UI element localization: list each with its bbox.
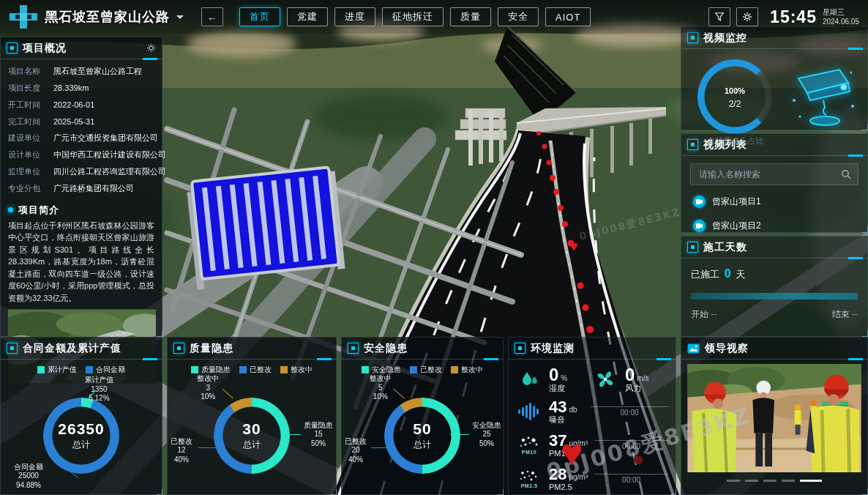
callout: 整改中 5 10% xyxy=(370,374,392,402)
intro-title: 项目简介 xyxy=(18,204,59,217)
panel-leader-visit: 领导视察 xyxy=(681,337,868,495)
panel-bracket-icon xyxy=(687,242,698,253)
panel-project-overview: 项目概况 项目名称黑石坡至曾家山公路工程 项目长度28.339km 开工时间20… xyxy=(0,37,162,337)
top-bar: 黑石坡至曾家山公路 ← 首页 党建 进度 征地拆迁 质量 安全 AIOT xyxy=(0,0,868,34)
callout: 已整改 20 40% xyxy=(345,437,367,465)
monitor-body: 100% 2/2 在线摄像头占比 xyxy=(681,49,867,130)
search-icon[interactable] xyxy=(841,169,851,179)
tab-party[interactable]: 党建 xyxy=(287,7,328,26)
panel-contract-chart: 合同金额及累计产值 累计产值 合同金额 26350 总计 累计产值 1350 5… xyxy=(0,337,162,495)
tab-progress[interactable]: 进度 xyxy=(334,7,375,26)
days-range: 开始 -- 结束 -- xyxy=(681,308,867,321)
back-button[interactable]: ← xyxy=(201,7,223,26)
carousel-dot[interactable] xyxy=(727,480,740,482)
weekday: 星期三 xyxy=(823,7,859,17)
donut-center: 26350 总计 xyxy=(58,420,104,451)
legend-item[interactable]: 合同金额 xyxy=(86,365,125,375)
field-row: 监理单位四川公路工程咨询监理有限公司 xyxy=(1,163,162,180)
panel-construction-days: 施工天数 已施工 0 天 开始 -- 结束 -- xyxy=(681,236,868,337)
tab-aiot[interactable]: AIOT xyxy=(545,7,591,26)
pm10-icon: PM10 xyxy=(516,436,542,455)
noise-wave-icon xyxy=(516,402,542,421)
accent-dash xyxy=(656,358,671,360)
funnel-icon xyxy=(714,12,725,22)
video-search-box xyxy=(690,163,858,185)
settings-button[interactable] xyxy=(736,7,758,26)
panel-header: 项目概况 xyxy=(1,37,162,59)
field-row: 专业分包广元路桥集团有限公司 xyxy=(1,180,162,197)
gear-icon xyxy=(146,43,156,53)
donut-center: 50 总计 xyxy=(413,420,431,451)
tab-quality[interactable]: 质量 xyxy=(450,7,491,26)
picture-icon xyxy=(687,343,700,354)
chart-legend: 安全隐患 已整改 整改中 xyxy=(342,365,503,375)
date: 2024.06.05 xyxy=(823,17,859,26)
panel-bracket-icon xyxy=(7,42,18,53)
intro-header: 项目简介 xyxy=(1,197,162,220)
legend-item[interactable]: 已整改 xyxy=(239,365,272,375)
callout: 质量隐患 15 50% xyxy=(304,421,333,449)
tab-home[interactable]: 首页 xyxy=(239,7,280,26)
noise-sparkline: 00:00 xyxy=(591,406,668,417)
callout: 合同金额 25000 94.88% xyxy=(14,463,43,491)
env-metric-pm10: PM10 37μg/m³ PM10 00:00 xyxy=(509,428,676,462)
legend-item[interactable]: 已整改 xyxy=(410,365,442,375)
field-row: 设计单位中国华西工程设计建设有限公司 xyxy=(1,146,162,163)
carousel-dot[interactable] xyxy=(782,480,795,482)
env-metric-humidity: 0% 湿度 xyxy=(516,365,592,393)
env-metric-wind: 0m/s 风力 xyxy=(592,365,668,393)
panel-title: 环境监测 xyxy=(531,342,575,355)
carousel-dots xyxy=(681,480,867,482)
gauge-text: 100% 2/2 xyxy=(697,78,772,109)
dashboard: 黑石坡至曾家山公路 ← 首页 党建 进度 征地拆迁 质量 安全 AIOT xyxy=(0,0,868,495)
field-row: 完工时间2025-05-31 xyxy=(1,113,162,130)
pm25-sparkline: 00:00 xyxy=(594,474,668,484)
carousel-dot[interactable] xyxy=(763,480,777,482)
chart-legend: 质量隐患 已整改 整改中 xyxy=(168,365,336,375)
leader-visit-photo[interactable] xyxy=(687,364,861,472)
panel-environment: 环境监测 0% 湿度 xyxy=(508,337,676,495)
legend-item[interactable]: 整改中 xyxy=(280,365,313,375)
carousel-dot[interactable] xyxy=(745,480,758,482)
app-title-menu[interactable]: 黑石坡至曾家山公路 xyxy=(9,4,184,29)
legend-item[interactable]: 整改中 xyxy=(451,365,483,375)
days-count: 已施工 0 天 xyxy=(681,258,867,286)
carousel-dot-active[interactable] xyxy=(800,480,822,482)
video-list-item[interactable]: 曾家山项目1 xyxy=(681,190,867,214)
panel-title: 项目概况 xyxy=(23,42,67,55)
page-title: 黑石坡至曾家山公路 xyxy=(45,8,170,26)
field-row: 建设单位广元市交通投资集团有限公司 xyxy=(1,130,162,146)
callout: 整改中 3 10% xyxy=(197,374,219,402)
field-row: 项目名称黑石坡至曾家山公路工程 xyxy=(1,63,162,80)
env-metric-pm25: PM2.5 28μg/m³ PM2.5 00:00 xyxy=(509,462,676,495)
legend-item[interactable]: 累计产值 xyxy=(37,365,77,375)
legend-item[interactable]: 安全隐患 xyxy=(362,365,401,375)
callout: 累计产值 1350 5.12% xyxy=(84,376,113,403)
top-right-tools: 15:45 星期三 2024.06.05 xyxy=(708,7,859,27)
video-list-item[interactable]: 曾家山项目2 xyxy=(681,214,867,238)
tab-safety[interactable]: 安全 xyxy=(498,7,539,26)
clock-date: 星期三 2024.06.05 xyxy=(823,7,859,26)
tab-land[interactable]: 征地拆迁 xyxy=(382,7,444,26)
panel-title: 视频列表 xyxy=(703,138,747,152)
camera-icon xyxy=(693,220,706,232)
safety-donut-chart: 安全隐患 已整改 整改中 50 总计 整改中 5 10% 安全隐患 25 50%… xyxy=(342,360,503,493)
donut-center: 30 总计 xyxy=(242,420,261,451)
video-search-input[interactable] xyxy=(697,168,837,180)
legend-item[interactable]: 质量隐患 xyxy=(191,365,231,375)
chart-legend: 累计产值 合同金额 xyxy=(1,365,162,375)
panel-quality-chart: 质量隐患 质量隐患 已整改 整改中 30 总计 整改中 3 10% 质量隐患 1… xyxy=(167,337,337,495)
panel-title: 施工天数 xyxy=(703,241,747,254)
callout: 安全隐患 25 50% xyxy=(472,421,501,449)
field-row: 项目长度28.339km xyxy=(1,80,162,97)
humidity-icon xyxy=(516,369,542,390)
panel-safety-chart: 安全隐患 安全隐患 已整改 整改中 50 总计 整改中 5 10% 安全隐患 2… xyxy=(341,337,504,495)
panel-bracket-icon xyxy=(7,343,18,354)
quality-donut-chart: 质量隐患 已整改 整改中 30 总计 整改中 3 10% 质量隐患 15 50%… xyxy=(168,360,336,493)
env-row-top: 0% 湿度 0m/s 风 xyxy=(509,360,676,395)
gear-icon xyxy=(742,12,752,22)
env-metric-noise: 43db 噪音 00:00 xyxy=(509,395,676,428)
panel-bracket-icon xyxy=(348,343,359,354)
overview-settings-button[interactable] xyxy=(146,43,156,53)
filter-button[interactable] xyxy=(708,7,730,26)
